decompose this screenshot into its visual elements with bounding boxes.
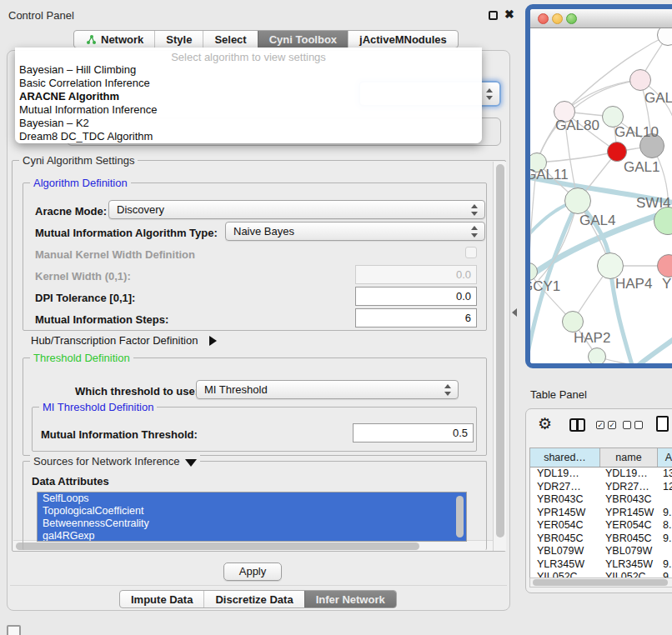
tab-jactivemnodules[interactable]: jActiveMNodules <box>348 31 458 48</box>
minimize-traffic-light-icon[interactable] <box>552 13 563 24</box>
settings-vscroll-thumb[interactable] <box>496 164 504 538</box>
aracne-mode-combobox[interactable]: Discovery <box>108 200 485 219</box>
column-header-shared-name[interactable]: shared… <box>530 448 600 467</box>
tab-style[interactable]: Style <box>154 31 203 48</box>
table-row[interactable]: YLR345WYLR345W9. <box>530 558 672 572</box>
table-panel: ⚙ ✓ ✓ shared… name A YDL19…YDL19…13 YDR2… <box>525 408 672 593</box>
sources-group-title: Sources for Network Inference <box>30 455 200 468</box>
hub-definition-expander[interactable]: Hub/Transcription Factor Definition <box>31 334 217 347</box>
close-icon[interactable]: ✖ <box>504 8 514 21</box>
mi-algorithm-type-combobox[interactable]: Naive Bayes <box>225 222 485 241</box>
cell-extra: 9. <box>658 532 672 546</box>
zoom-traffic-light-icon[interactable] <box>566 13 577 24</box>
node-label: HAP4 <box>615 276 652 292</box>
stepper-icon <box>486 88 494 100</box>
algorithm-definition-title: Algorithm Definition <box>30 177 131 189</box>
node-label: GAL <box>644 90 672 107</box>
cell-shared: YBR043C <box>530 493 600 507</box>
gear-icon[interactable]: ⚙ <box>538 414 552 433</box>
table-row[interactable]: YDR27…YDR27…12 <box>530 481 672 494</box>
dropdown-item-aracne[interactable]: ARACNE Algorithm <box>18 90 479 103</box>
dpi-tolerance-field[interactable]: 0.0 <box>355 287 477 306</box>
which-threshold-combobox[interactable]: MI Threshold <box>196 380 459 399</box>
collapsed-panel-icon[interactable] <box>7 625 21 635</box>
mi-steps-field[interactable]: 6 <box>355 308 477 328</box>
dropdown-item-mutual-information[interactable]: Mutual Information Inference <box>18 103 479 117</box>
table-row[interactable]: YBR043CYBR043C <box>530 493 672 507</box>
settings-vertical-scrollbar[interactable] <box>493 162 506 551</box>
cell-shared: YPR145W <box>530 507 600 520</box>
cell-extra: 12 <box>658 481 672 494</box>
tab-impute-data[interactable]: Impute Data <box>120 591 203 608</box>
node-label: GCY1 <box>530 278 560 295</box>
settings-group-title: Cyni Algorithm Settings <box>19 154 138 167</box>
network-icon <box>85 34 97 45</box>
table-row[interactable]: YDL19…YDL19…13 <box>530 468 672 481</box>
column-layout-icon[interactable] <box>569 418 585 432</box>
bottom-tab-bar: Impute Data Discretize Data Infer Networ… <box>119 590 397 608</box>
mi-steps-label: Mutual Information Steps: <box>35 313 168 326</box>
manual-kernel-label: Manual Kernel Width Definition <box>35 248 195 261</box>
tab-network[interactable]: Network <box>74 31 154 48</box>
table-row[interactable]: YPR145WYPR145W9. <box>530 507 672 520</box>
dropdown-item-basic-correlation[interactable]: Basic Correlation Inference <box>18 77 479 90</box>
cell-shared: YDR27… <box>530 481 600 494</box>
network-node-gal4[interactable] <box>564 188 591 214</box>
cell-name: YBL079W <box>600 545 658 558</box>
show-columns-icon[interactable]: ✓ ✓ <box>596 421 616 429</box>
node-table: shared… name A YDL19…YDL19…13 YDR27…YDR2… <box>529 448 672 588</box>
table-row[interactable]: YBR045CYBR045C9. <box>530 532 672 546</box>
node-label: GAL11 <box>530 167 569 183</box>
sources-group: Sources for Network Inference Data Attri… <box>23 461 487 550</box>
cell-name: YDR27… <box>600 481 658 494</box>
network-window-titlebar[interactable] <box>530 9 672 28</box>
list-item-gal4rgexp[interactable]: gal4RGexp <box>38 530 466 542</box>
table-hscroll-thumb[interactable] <box>533 579 668 586</box>
cell-name: YPR145W <box>600 507 658 520</box>
cell-name: YER054C <box>600 519 658 532</box>
unchecked-box-icon <box>623 421 631 429</box>
list-item-selfloops[interactable]: SelfLoops <box>38 492 466 505</box>
network-canvas[interactable]: GAL GAL80 GAL10 GAL1 GAL11 GAL4 SWI4 GCY… <box>530 28 672 363</box>
tab-infer-network[interactable]: Infer Network <box>304 591 396 608</box>
tab-discretize-data-label: Discretize Data <box>215 591 293 608</box>
dropdown-item-bayesian-k2[interactable]: Bayesian – K2 <box>18 117 479 130</box>
cell-name: YBR045C <box>600 532 658 546</box>
network-node-gal2[interactable] <box>629 69 651 91</box>
table-row[interactable]: YER054CYER054C8. <box>530 519 672 532</box>
data-attributes-list[interactable]: SelfLoops TopologicalCoefficient Between… <box>37 492 467 542</box>
node-label: SWI4 <box>636 195 671 212</box>
tab-select[interactable]: Select <box>203 31 257 48</box>
attributes-list-scrollbar[interactable] <box>456 496 464 538</box>
kernel-width-field[interactable]: 0.0 <box>355 265 477 284</box>
apply-button[interactable]: Apply <box>223 562 282 581</box>
hide-columns-icon[interactable] <box>623 421 643 429</box>
cell-extra <box>658 493 672 507</box>
collapse-arrow-icon[interactable] <box>185 459 197 467</box>
tab-infer-network-label: Infer Network <box>316 591 385 608</box>
data-attributes-label: Data Attributes <box>32 475 109 488</box>
splitter-collapse-icon[interactable] <box>512 308 517 317</box>
kernel-width-label: Kernel Width (0,1): <box>35 270 131 282</box>
cell-extra: 9. <box>658 558 672 572</box>
network-node[interactable] <box>588 348 606 363</box>
float-window-icon[interactable] <box>489 11 498 20</box>
dropdown-item-bayesian-hill-climbing[interactable]: Bayesian – Hill Climbing <box>18 63 479 77</box>
column-header-partial[interactable]: A <box>658 448 672 467</box>
tab-cyni-toolbox[interactable]: Cyni Toolbox <box>258 31 348 48</box>
threshold-definition-title: Threshold Definition <box>30 352 133 364</box>
manual-kernel-checkbox[interactable] <box>465 247 477 258</box>
document-icon[interactable] <box>656 416 669 432</box>
column-header-name[interactable]: name <box>600 448 658 467</box>
sources-title-text: Sources for Network Inference <box>33 455 180 468</box>
table-panel-title: Table Panel <box>530 388 587 401</box>
list-item-betweennesscentrality[interactable]: BetweennessCentrality <box>38 518 466 530</box>
tab-discretize-data[interactable]: Discretize Data <box>203 591 303 608</box>
mi-threshold-field[interactable]: 0.5 <box>353 423 474 442</box>
list-item-topologicalcoefficient[interactable]: TopologicalCoefficient <box>38 505 466 518</box>
dropdown-item-dream8[interactable]: Dream8 DC_TDC Algorithm <box>18 130 479 143</box>
node-label: GAL10 <box>614 124 659 141</box>
aracne-mode-value: Discovery <box>117 203 164 216</box>
table-row[interactable]: YBL079WYBL079W <box>530 545 672 558</box>
close-traffic-light-icon[interactable] <box>538 13 549 24</box>
